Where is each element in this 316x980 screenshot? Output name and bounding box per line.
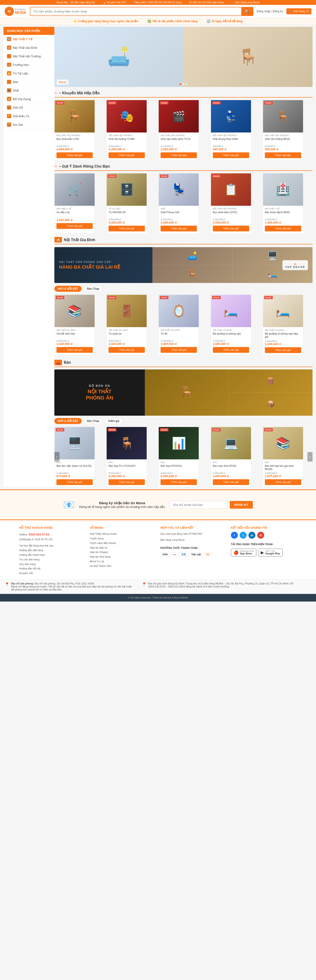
topbar-sell[interactable]: 🛒 Bán hàng cùng Mona (231, 1, 260, 4)
footer-mona-4[interactable]: Hợp tác Đầu tư (90, 546, 156, 550)
sidebar-item-truonghoc[interactable]: 🏫 Trường Học (3, 60, 54, 69)
hero-dot-3[interactable] (185, 83, 187, 85)
sidebar-item-yte[interactable]: 🏥 Nội Thất Y Tế (3, 35, 54, 43)
topbar-app: Mona App - Ứa đầy ngày tặng tay (57, 1, 95, 4)
sidebar-item-hoitruong[interactable]: 🪑 Nội Thất Hội Trường (3, 52, 54, 60)
prod-price-old-1: 5,000,000 đ (56, 145, 93, 148)
sidebar-item-ban[interactable]: 🪑 Bàn (3, 78, 54, 86)
prod-price-old-3: 3,740,000 đ (161, 145, 197, 148)
hero-dot-2[interactable] (182, 83, 184, 85)
hf-cat-2: NỘI THẤT GIA ĐÌNH (109, 329, 145, 331)
promo-product-grid: SALE! 🪑 NỘI THẤT HỘI TRƯỜNG Bục phát biể… (54, 100, 313, 160)
sidebar: DANH MỤC SẢN PHẨM 🏥 Nội Thất Y Tế 🏠 Nội … (3, 27, 54, 487)
footer-hotline[interactable]: 0326.922.07.62 (29, 533, 49, 536)
footer-mona-2[interactable]: Tuyển dụng (90, 536, 156, 541)
fb-room-1: 🛋️ (152, 247, 233, 265)
sidebar-item-ghe[interactable]: 💺 Ghế (3, 86, 54, 95)
addr-item-1: 📍 Địa chỉ văn phòng: Địa chỉ văn phòng: … (5, 582, 135, 591)
social-twitter[interactable]: t (239, 532, 247, 539)
sidebar-label-ghe: Ghế (13, 89, 19, 92)
sugg-cart-btn-3[interactable]: Thêm vào giỏ (161, 226, 197, 231)
topbar-points[interactable]: Tặng điểm 3.000.000 khi mở thẻ tín dụng (134, 1, 181, 4)
tbl-cart-btn-1[interactable]: Thêm vào giỏ (56, 479, 93, 485)
tbl-cart-btn-2[interactable]: Thêm vào giỏ (109, 479, 145, 485)
sidebar-item-giadinh[interactable]: 🏠 Nội Thất Gia Đình (3, 43, 54, 52)
sidebar-item-amsat[interactable]: 📦 Ám Sát (3, 121, 54, 129)
tab-discount-table[interactable]: Giảm giá (105, 418, 123, 424)
sugg-cart-btn-1[interactable]: Thêm vào giỏ (56, 223, 93, 229)
tbl-cart-btn-3[interactable]: Thêm vào giỏ (161, 479, 197, 485)
footer-mona-6[interactable]: Hợp tác Nhà hàng (90, 555, 156, 559)
hf-cart-btn-2[interactable]: Thêm vào giỏ (109, 347, 145, 353)
sugg-cat-5: NỘI THẤT Y TẾ (265, 208, 301, 210)
footer-support-5[interactable]: Hủy đơn hàng (19, 562, 85, 566)
hf-name-1: Giá để sách bàn (56, 332, 93, 339)
tbl-img-5: 📚 (263, 427, 303, 459)
sidebar-item-dogiadung[interactable]: 🏠 Đồ Gia Dụng (3, 95, 54, 103)
payment-title: PHƯƠNG THỨC THANH TOÁN (160, 546, 226, 550)
search-input[interactable] (30, 7, 241, 16)
add-cart-btn-1[interactable]: Thêm vào giỏ (56, 152, 93, 158)
sugg-cart-btn-4[interactable]: Thêm vào giỏ (213, 226, 249, 231)
footer-mona-7[interactable]: Mona Tv Lợi (90, 559, 156, 564)
promo-product-5: SALE! 🪑 NỘI THẤT HỘI TRƯỜNG Ghế hội trườ… (263, 100, 303, 160)
tab-new-table[interactable]: MỚI & NỔI BẬT (54, 418, 81, 424)
add-cart-btn-3[interactable]: Thêm vào giỏ (161, 152, 197, 158)
tab-bestsell-table[interactable]: Bán Chạy (83, 418, 103, 424)
hf-cart-btn-1[interactable]: Thêm vào giỏ (56, 347, 93, 353)
hf-cart-btn-3[interactable]: Thêm vào giỏ (161, 347, 197, 353)
table-product-grid: SALE! 🖥️ BÀN Bàn làm việc (tham số HU125… (54, 427, 313, 487)
add-cart-btn-4[interactable]: Thêm vào giỏ (213, 152, 249, 158)
footer-support-6[interactable]: Hướng dẫn đổi trả (19, 566, 85, 571)
tbl-cart-btn-4[interactable]: Thêm vào giỏ (213, 479, 249, 485)
cart-button[interactable]: 🛒 Giỏ hàng / 0 (286, 8, 311, 14)
add-cart-btn-2[interactable]: Thêm vào giỏ (109, 152, 145, 158)
tab-bestsell[interactable]: Bán Chạy (83, 286, 103, 292)
footer-mona-8[interactable]: Ưu Đãi Thành Viên (90, 564, 156, 568)
footer-support-7[interactable]: Khuyến mãi (19, 571, 85, 576)
add-cart-btn-5[interactable]: Thêm vào giỏ (265, 152, 301, 158)
footer-support-1[interactable]: Tại học đặt hàng như thế nào (19, 544, 85, 548)
topbar-promo[interactable]: 🔥 Khuyến mãi HOT (103, 1, 126, 4)
footer-support-2[interactable]: Hướng dẫn đặt hàng (19, 548, 85, 553)
footer-col-mona: VỀ MONA Giới Thiệu Mona-media Tuyển dụng… (90, 526, 156, 576)
tbl-cart-btn-5[interactable]: Thêm vào giỏ (265, 479, 301, 485)
search-button[interactable]: 🔍 (241, 7, 253, 16)
google-play-btn[interactable]: ▶ GET IT ON Google Play (258, 549, 283, 557)
newsletter-email-input[interactable] (169, 501, 227, 509)
footer-mona-5[interactable]: Hợp tác Shipper (90, 550, 156, 555)
sugg-cart-btn-2[interactable]: Thêm vào giỏ (109, 226, 145, 231)
topbar-bank[interactable]: Ưu đãi cho chủ thẻ ngân hàng (189, 1, 224, 4)
slider-next[interactable]: › (308, 452, 313, 462)
footer-banhang[interactable]: Bán hàng cùng Mona (160, 538, 226, 542)
sidebar-item-giago[interactable]: 🪵 Giả Gỗ (3, 103, 54, 112)
footer-support-4[interactable]: Tra cứu đơn hàng (19, 557, 85, 562)
footer-partner-link[interactable]: Quy chế hoạt động Sàn DTTM#7487 (160, 532, 226, 536)
sidebar-item-giadieudung[interactable]: 💊 Giả Điều Trị (3, 112, 54, 121)
pay-master: ●● (171, 552, 178, 557)
social-google[interactable]: G (257, 532, 264, 539)
hf-price-old-1: 5,900,000 đ (56, 340, 93, 342)
footer-mona-3[interactable]: Chính sách điều khoản (90, 541, 156, 546)
hf-price-old-5: 4,700,000 đ (265, 340, 301, 342)
sidebar-item-tailieu[interactable]: 📁 Tủ Tài Liệu (3, 69, 54, 78)
hero-dot-1[interactable] (180, 83, 181, 85)
social-facebook[interactable]: f (231, 532, 238, 539)
footer-col-social: KẾT NỐI VỚI CHÚNG TÔI f t in G TẢI ỨNG D… (231, 526, 297, 576)
app-store-btn[interactable]: 🍎 Download on the App Store (231, 549, 256, 557)
hf-product-2: SALE! 🚪 NỘI THẤT GIA ĐÌNH Tủ quần áo 5,8… (107, 294, 147, 355)
hf-cart-btn-5[interactable]: Thêm vào giỏ (265, 347, 301, 353)
footer-support-3[interactable]: Hướng dẫn thanh toán (19, 553, 85, 557)
newsletter-submit-btn[interactable]: ĐĂNG KÝ (230, 501, 253, 509)
hf-sale-1: SALE! (56, 296, 64, 299)
logo[interactable]: M Furniture MONA (5, 7, 26, 16)
tab-new[interactable]: MỚI & NỔI BẬT (54, 286, 81, 292)
payment-icons: VISA ●● JCB Tiền mặt 0% (160, 552, 226, 557)
sugg-cart-btn-5[interactable]: Thêm vào giỏ (265, 226, 301, 231)
slider-prev[interactable]: ‹ (54, 452, 59, 462)
social-linkedin[interactable]: in (249, 532, 255, 539)
hf-cart-btn-4[interactable]: Thêm vào giỏ (213, 347, 249, 353)
footer-mona-1[interactable]: Giới Thiệu Mona-media (90, 532, 156, 536)
footer-col2-title: VỀ MONA (90, 526, 156, 530)
login-link[interactable]: Đăng nhập / Đăng ký (257, 10, 283, 13)
